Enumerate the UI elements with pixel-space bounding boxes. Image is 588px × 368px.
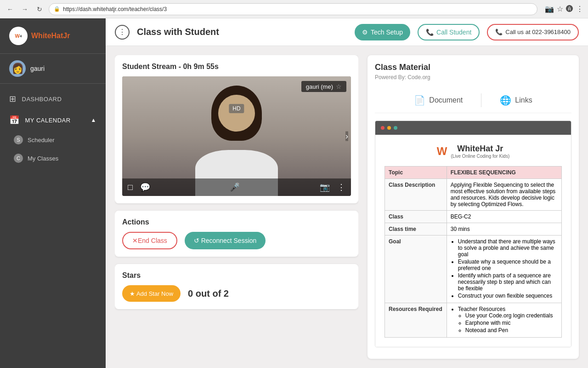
document-tab-label: Document <box>429 96 463 104</box>
header: ⋮ Class with Student ⚙ Tech Setup 📞 Call… <box>106 18 588 46</box>
star-overlay-button[interactable]: ☆ <box>336 83 342 90</box>
header-menu-icon[interactable]: ⋮ <box>115 25 130 40</box>
stars-title: Stars <box>122 271 351 280</box>
video-section: Student Stream - 0h 9m 55s HD gauri (me)… <box>115 55 358 203</box>
sidebar-logo: W4 WhiteHatJr <box>0 18 106 54</box>
resources-value: Teacher Resources Use your Code.org logi… <box>447 303 561 338</box>
page-title: Class with Student <box>137 27 347 37</box>
classtime-label: Class time <box>385 223 447 236</box>
video-controls: □ 💬 🎤 📷 ⋮ <box>122 178 351 196</box>
doc-preview: W WhiteHat Jr (Live Online Coding for Ki… <box>375 121 571 347</box>
chat-button[interactable]: 💬 <box>140 182 150 192</box>
desc-label: Class Description <box>385 179 447 211</box>
sidebar-item-my-classes[interactable]: C My Classes <box>0 149 106 167</box>
topic-label: Topic <box>385 167 447 179</box>
account-browser-icon[interactable]: 🅐 <box>566 5 573 13</box>
table-row: Class Description Applying Flexible Sequ… <box>385 179 562 211</box>
main-content: Student Stream - 0h 9m 55s HD gauri (me)… <box>106 46 588 368</box>
doc-logo-sub: (Live Online Coding for Kids) <box>451 154 509 159</box>
class-label: Class <box>385 211 447 223</box>
stream-title: Student Stream - 0h 9m 55s <box>122 63 351 71</box>
close-dot <box>381 126 384 130</box>
tab-links[interactable]: 🌐 Links <box>500 95 532 106</box>
video-next-arrow[interactable]: › <box>345 132 348 141</box>
mic-button[interactable]: 🎤 <box>230 182 240 192</box>
stars-section: Stars ★ Add Star Now 0 out of 2 <box>115 264 358 309</box>
video-feed <box>122 76 351 196</box>
desc-value: Applying Flexible Sequencing to select t… <box>447 179 561 211</box>
phone-call-icon: 📞 <box>495 29 503 35</box>
sidebar-item-my-calendar[interactable]: 📅 MY CALENDAR ▲ <box>0 109 106 131</box>
doc-table: Topic FLEXIBLE SEQUENCING Class Descript… <box>384 166 562 338</box>
sidebar-item-label: DASHBOARD <box>22 96 62 103</box>
forward-button[interactable]: → <box>19 4 30 15</box>
more-controls-button[interactable]: ⋮ <box>337 182 345 192</box>
star-browser-icon[interactable]: ☆ <box>557 5 563 13</box>
topic-value: FLEXIBLE SEQUENCING <box>447 167 561 179</box>
browser-actions: 📷 ☆ 🅐 ⋮ <box>545 5 583 13</box>
url-text: https://dash.whitehatjr.com/teacher/clas… <box>63 6 167 12</box>
stars-count: 0 out of 2 <box>188 288 229 299</box>
my-classes-prefix: C <box>14 154 23 163</box>
tab-document[interactable]: 📄 Document <box>414 95 463 106</box>
actions-section: Actions ✕End Class ↺ Reconnect Session <box>115 211 358 257</box>
goal-value: Understand that there are multiple ways … <box>447 236 561 303</box>
call-us-button[interactable]: 📞 Call us at 022-39618400 <box>487 24 579 40</box>
hd-badge: HD <box>229 104 244 113</box>
left-column: Student Stream - 0h 9m 55s HD gauri (me)… <box>115 55 358 359</box>
camera-browser-icon[interactable]: 📷 <box>545 5 554 13</box>
screen-share-button[interactable]: □ <box>128 183 133 192</box>
tab-divider <box>481 93 481 107</box>
gear-icon: ⚙ <box>362 29 368 36</box>
material-tabs: 📄 Document 🌐 Links <box>375 88 571 113</box>
back-button[interactable]: ← <box>5 4 16 15</box>
camera-button[interactable]: 📷 <box>320 182 330 192</box>
table-row: Goal Understand that there are multiple … <box>385 236 562 303</box>
sidebar-user: 👩 gauri <box>0 54 106 84</box>
person-head <box>218 95 255 132</box>
app: W4 WhiteHatJr 👩 gauri ⊞ DASHBOARD 📅 MY C… <box>0 18 588 368</box>
reconnect-button[interactable]: ↺ Reconnect Session <box>185 232 266 249</box>
lock-icon: 🔒 <box>54 6 60 12</box>
stars-content: ★ Add Star Now 0 out of 2 <box>122 285 351 302</box>
call-student-button[interactable]: 📞 Call Student <box>418 24 480 40</box>
table-row: Resources Required Teacher Resources Use… <box>385 303 562 338</box>
browser-bar: ← → ↻ 🔒 https://dash.whitehatjr.com/teac… <box>0 0 588 18</box>
overlay-name: gauri (me) ☆ <box>301 81 346 92</box>
video-container: HD gauri (me) ☆ □ 💬 🎤 📷 ⋮ <box>122 76 351 196</box>
actions-title: Actions <box>122 218 351 226</box>
goal-label: Goal <box>385 236 447 303</box>
avatar: 👩 <box>9 60 26 77</box>
logo-text: WhiteHatJr <box>31 32 70 40</box>
sidebar-item-scheduler[interactable]: S Scheduler <box>0 131 106 149</box>
sidebar-item-label: MY CALENDAR <box>25 117 71 124</box>
sidebar-nav: ⊞ DASHBOARD 📅 MY CALENDAR ▲ S Scheduler … <box>0 84 106 368</box>
right-column: Class Material Powered By: Code.org 📄 Do… <box>368 55 579 359</box>
sidebar-sub-label: Scheduler <box>28 137 55 144</box>
sidebar-sub-label: My Classes <box>28 155 58 162</box>
end-class-button[interactable]: ✕End Class <box>122 232 177 249</box>
reload-button[interactable]: ↻ <box>34 4 45 15</box>
actions-buttons: ✕End Class ↺ Reconnect Session <box>122 232 351 249</box>
tech-setup-button[interactable]: ⚙ Tech Setup <box>355 24 410 40</box>
doc-header-bar <box>375 121 571 135</box>
classtime-value: 30 mins <box>447 223 561 236</box>
doc-body: W WhiteHat Jr (Live Online Coding for Ki… <box>375 135 571 347</box>
scheduler-prefix: S <box>14 135 23 144</box>
doc-logo: W WhiteHat Jr (Live Online Coding for Ki… <box>384 144 562 159</box>
table-header-row: Topic FLEXIBLE SEQUENCING <box>385 167 562 179</box>
sidebar-item-dashboard[interactable]: ⊞ DASHBOARD <box>0 88 106 109</box>
doc-logo-text: WhiteHat Jr <box>451 144 509 154</box>
links-icon: 🌐 <box>500 95 511 106</box>
document-icon: 📄 <box>414 95 425 106</box>
class-material-title: Class Material <box>375 63 571 72</box>
calendar-icon: 📅 <box>9 115 20 125</box>
resources-label: Resources Required <box>385 303 447 338</box>
url-bar[interactable]: 🔒 https://dash.whitehatjr.com/teacher/cl… <box>49 3 537 15</box>
expand-dot <box>394 126 397 130</box>
more-browser-icon[interactable]: ⋮ <box>576 5 583 13</box>
class-value: BEG-C2 <box>447 211 561 223</box>
add-star-button[interactable]: ★ Add Star Now <box>122 285 181 302</box>
powered-by: Powered By: Code.org <box>375 74 571 80</box>
logo-icon: W4 <box>9 27 28 45</box>
